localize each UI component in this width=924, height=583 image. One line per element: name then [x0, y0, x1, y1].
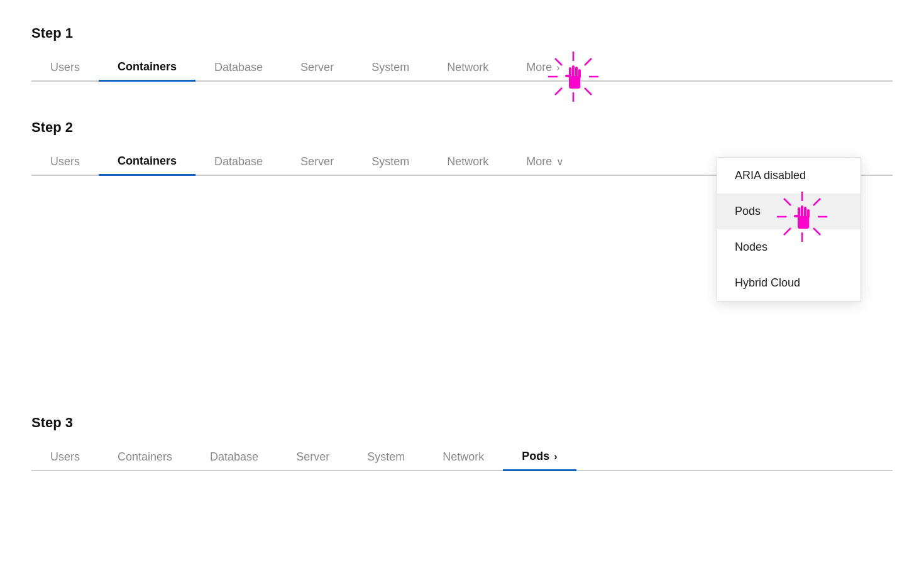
step1-more-chevron: ›	[556, 62, 559, 74]
step3-pods-chevron: ›	[554, 451, 557, 462]
svg-rect-27	[794, 215, 799, 217]
step2-dropdown: ARIA disabled Pods	[717, 157, 861, 302]
step2-label: Step 2	[31, 119, 893, 136]
svg-rect-9	[569, 67, 571, 79]
step3-tab-bar: Users Containers Database Server System …	[31, 444, 893, 471]
svg-rect-24	[801, 205, 803, 218]
step3-tab-system[interactable]: System	[348, 444, 424, 471]
hand-cursor-icon	[565, 65, 581, 89]
hand-cursor2-icon	[794, 205, 810, 229]
dropdown-item-hybrid-cloud[interactable]: Hybrid Cloud	[717, 265, 861, 301]
dropdown-pods-label: Pods	[735, 205, 761, 217]
page-container: Step 1 Users Containers Database Server …	[0, 0, 924, 521]
step3-pods-tab[interactable]: Pods ›	[503, 444, 576, 471]
step2-tab-network[interactable]: Network	[428, 149, 507, 176]
step1-more-tab[interactable]: More ›	[507, 55, 578, 82]
step3-section: Step 3 Users Containers Database Server …	[31, 415, 893, 471]
svg-rect-13	[565, 75, 570, 77]
step2-tab-system[interactable]: System	[353, 149, 428, 176]
step3-pods-label: Pods	[522, 450, 549, 463]
step1-tab-database[interactable]: Database	[195, 55, 282, 82]
step1-tab-server[interactable]: Server	[282, 55, 353, 82]
svg-rect-8	[569, 76, 580, 89]
svg-rect-22	[798, 216, 809, 229]
step2-tab-users[interactable]: Users	[31, 149, 99, 176]
svg-rect-25	[804, 207, 806, 218]
step2-tab-containers[interactable]: Containers	[99, 148, 195, 176]
step1-label: Step 1	[31, 25, 893, 41]
step3-tab-network[interactable]: Network	[424, 444, 503, 471]
svg-line-6	[585, 58, 591, 65]
step1-tab-system[interactable]: System	[353, 55, 428, 82]
step1-tab-containers[interactable]: Containers	[99, 54, 195, 82]
svg-line-18	[784, 199, 791, 205]
svg-rect-26	[807, 209, 810, 218]
step3-tab-users[interactable]: Users	[31, 444, 99, 471]
step3-label: Step 3	[31, 415, 893, 431]
step3-tab-database[interactable]: Database	[191, 444, 277, 471]
step3-tab-server[interactable]: Server	[277, 444, 348, 471]
svg-line-5	[585, 88, 591, 95]
step1-tab-bar: Users Containers Database Server System …	[31, 54, 893, 82]
dropdown-item-aria-disabled[interactable]: ARIA disabled	[717, 158, 861, 193]
cursor1-svg	[545, 48, 602, 105]
step1-section: Step 1 Users Containers Database Server …	[31, 25, 893, 82]
svg-rect-23	[798, 207, 800, 219]
dropdown-item-pods[interactable]: Pods	[717, 193, 861, 229]
svg-line-20	[813, 199, 820, 205]
step2-tab-server[interactable]: Server	[282, 149, 353, 176]
step1-tab-users[interactable]: Users	[31, 55, 99, 82]
step1-more-label: More	[526, 61, 552, 74]
dropdown-item-nodes[interactable]: Nodes	[717, 229, 861, 265]
svg-rect-12	[578, 69, 581, 78]
cursor1-container	[545, 48, 602, 108]
step1-tab-network[interactable]: Network	[428, 55, 507, 82]
step2-more-tab[interactable]: More ∨	[507, 149, 583, 176]
step2-section: Step 2 Users Containers Database Server …	[31, 119, 893, 176]
svg-rect-11	[575, 67, 578, 78]
svg-line-7	[555, 88, 562, 95]
svg-rect-10	[572, 65, 575, 78]
step3-tab-containers[interactable]: Containers	[99, 444, 191, 471]
step2-tab-database[interactable]: Database	[195, 149, 282, 176]
step2-more-label: More	[526, 155, 552, 168]
step2-more-chevron: ∨	[556, 156, 564, 168]
